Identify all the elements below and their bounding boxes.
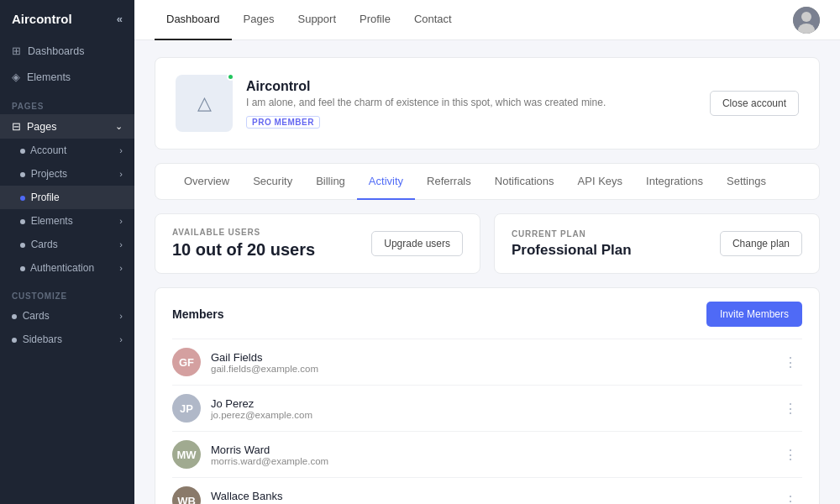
member-info-wallace: Wallace Banks wallace.banks@example.com [211,490,779,505]
member-info-morris: Morris Ward morris.ward@example.com [211,444,779,466]
dot-icon [12,338,17,343]
chevron-right-icon: › [119,263,123,273]
chevron-right-icon: › [119,169,123,179]
sidebar-item-label: Dashboards [28,45,84,57]
tab-notifications[interactable]: Notifications [483,163,566,200]
collapse-sidebar-icon[interactable]: « [117,13,123,25]
stat-plan-value: Professional Plan [512,242,632,259]
avatar-morris: MW [172,440,201,469]
sidebar-item-elements[interactable]: ◈ Elements [0,64,134,90]
sidebar-item-account[interactable]: Account › [0,139,134,162]
topnav-profile[interactable]: Profile [348,0,402,40]
member-email: jo.perez@example.com [211,410,779,420]
member-name: Jo Perez [211,397,779,410]
member-name: Wallace Banks [211,490,779,502]
tab-overview[interactable]: Overview [172,163,241,200]
members-card: Members Invite Members GF Gail Fields ga… [155,287,820,504]
user-avatar[interactable] [793,7,820,34]
profile-tagline: I am alone, and feel the charm of existe… [246,97,606,108]
sidebar-item-label: Elements [27,71,71,83]
sidebar-item-pages[interactable]: ⊟ Pages ⌄ [0,114,134,139]
dot-icon [20,149,25,154]
topnav-support[interactable]: Support [286,0,348,40]
topnav-contact[interactable]: Contact [402,0,464,40]
members-title: Members [172,307,223,321]
sidebar-item-sidebars[interactable]: Sidebars › [0,328,134,351]
close-account-button[interactable]: Close account [710,91,799,116]
topnav: Dashboard Pages Support Profile Contact [134,0,840,40]
profile-name: Aircontrol [246,79,606,94]
tab-settings[interactable]: Settings [715,163,778,200]
stat-card-plan: CURRENT PLAN Professional Plan Change pl… [494,213,820,274]
chevron-right-icon: › [119,334,123,344]
dot-icon [20,219,25,224]
avatar-gail: GF [172,348,201,376]
online-indicator [227,73,234,81]
tab-billing[interactable]: Billing [304,163,357,200]
sidebar-section-customize: CUSTOMIZE [0,280,134,304]
sidebar-item-cards[interactable]: Cards › [0,233,134,256]
chevron-right-icon: › [119,311,123,321]
sidebar-logo: Aircontrol « [0,0,134,38]
pages-icon: ⊟ [12,120,21,133]
tab-activity[interactable]: Activity [357,163,415,200]
triangle-icon: △ [197,92,212,114]
sidebar-item-elements2[interactable]: Elements › [0,209,134,233]
member-more-jo[interactable]: ⋮ [779,397,802,420]
member-name: Morris Ward [211,444,779,456]
sidebar-item-authentication[interactable]: Authentication › [0,256,134,280]
dot-icon [20,196,25,201]
svg-point-1 [801,12,811,22]
tab-api-keys[interactable]: API Keys [566,163,634,200]
dot-icon [20,172,25,177]
app-name: Aircontrol [12,12,72,26]
invite-members-button[interactable]: Invite Members [706,302,802,327]
stats-row: AVAILABLE USERS 10 out of 20 users Upgra… [155,213,820,274]
chevron-right-icon: › [119,145,123,155]
member-name: Gail Fields [211,351,779,364]
sidebar-section-pages: PAGES [0,90,134,114]
chevron-right-icon: › [119,216,123,226]
member-info-jo: Jo Perez jo.perez@example.com [211,397,779,420]
profile-card-left: △ Aircontrol I am alone, and feel the ch… [176,75,606,132]
member-more-morris[interactable]: ⋮ [779,444,802,466]
member-row: JP Jo Perez jo.perez@example.com ⋮ [172,385,802,431]
content-area: △ Aircontrol I am alone, and feel the ch… [134,40,840,504]
stat-users-value: 10 out of 20 users [172,240,315,260]
pro-badge: PRO MEMBER [246,116,320,129]
member-row: WB Wallace Banks wallace.banks@example.c… [172,477,802,504]
stat-users-label: AVAILABLE USERS [172,228,315,237]
member-more-gail[interactable]: ⋮ [779,351,802,374]
stat-card-users: AVAILABLE USERS 10 out of 20 users Upgra… [155,213,480,274]
dashboards-icon: ⊞ [12,45,21,57]
tab-referrals[interactable]: Referrals [415,163,483,200]
sub-tabs: Overview Security Billing Activity Refer… [155,163,820,200]
stat-plan-label: CURRENT PLAN [512,229,632,239]
dot-icon [12,314,17,319]
chevron-down-icon: ⌄ [115,121,123,132]
topnav-pages[interactable]: Pages [232,0,286,40]
change-plan-button[interactable]: Change plan [720,231,802,256]
topnav-links: Dashboard Pages Support Profile Contact [155,0,464,40]
avatar-wallace: WB [172,486,201,504]
sidebar-item-projects[interactable]: Projects › [0,162,134,186]
chevron-right-icon: › [119,239,123,249]
profile-card: △ Aircontrol I am alone, and feel the ch… [155,57,820,150]
main-area: Dashboard Pages Support Profile Contact … [134,0,840,504]
tab-integrations[interactable]: Integrations [634,163,715,200]
elements-icon: ◈ [12,71,20,83]
member-email: gail.fields@example.com [211,364,779,374]
member-row: MW Morris Ward morris.ward@example.com ⋮ [172,431,802,477]
upgrade-users-button[interactable]: Upgrade users [371,231,463,256]
avatar-image [793,7,820,34]
member-more-wallace[interactable]: ⋮ [779,490,802,505]
dot-icon [20,243,25,248]
sidebar: Aircontrol « ⊞ Dashboards ◈ Elements PAG… [0,0,134,504]
tab-security[interactable]: Security [241,163,304,200]
topnav-dashboard[interactable]: Dashboard [155,0,232,40]
sidebar-item-dashboards[interactable]: ⊞ Dashboards [0,38,134,64]
member-email: morris.ward@example.com [211,456,779,466]
stat-plan-info: CURRENT PLAN Professional Plan [512,229,632,259]
sidebar-item-profile[interactable]: Profile [0,186,134,209]
sidebar-item-cards-cust[interactable]: Cards › [0,304,134,328]
